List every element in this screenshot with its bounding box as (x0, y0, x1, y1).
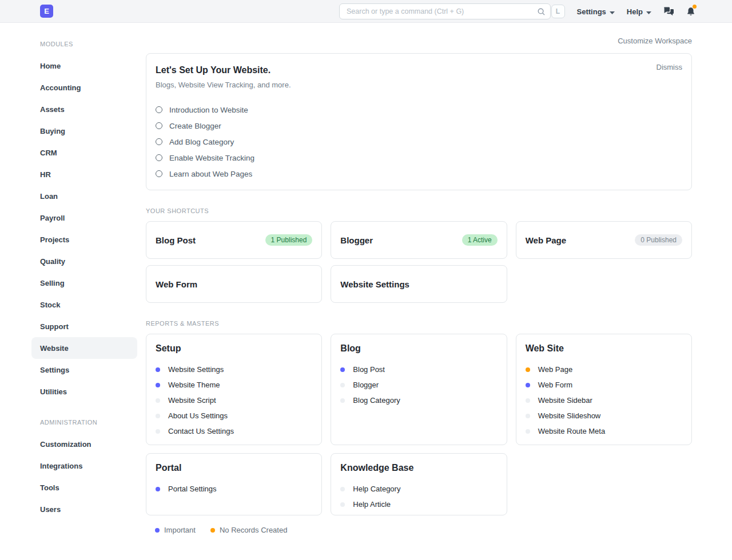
report-link-web-form[interactable]: Web Form (526, 377, 682, 393)
search-input[interactable] (339, 3, 551, 19)
report-link-help-article[interactable]: Help Article (340, 497, 497, 512)
shortcut-website-settings[interactable]: Website Settings (331, 265, 507, 303)
status-dot-icon (340, 383, 345, 387)
status-dot-icon (156, 398, 160, 403)
sidebar-item-home[interactable]: Home (31, 55, 137, 77)
avatar-letter: L (556, 7, 560, 15)
sidebar-item-customization[interactable]: Customization (31, 433, 137, 455)
sidebar-item-loan[interactable]: Loan (31, 185, 137, 207)
sidebar-item-label: Projects (40, 235, 69, 244)
step-label: Learn about Web Pages (169, 170, 252, 178)
bell-icon[interactable] (686, 7, 695, 17)
sidebar-item-website[interactable]: Website (31, 337, 137, 359)
sidebar-item-label: Home (40, 62, 61, 70)
onboarding-steps: Introduction to Website Create Blogger A… (156, 102, 682, 182)
report-link-website-sidebar[interactable]: Website Sidebar (526, 393, 682, 408)
sidebar-item-label: CRM (40, 149, 57, 157)
report-link-label: Portal Settings (168, 485, 217, 493)
report-link-label: Website Script (168, 396, 216, 405)
sidebar-item-support[interactable]: Support (31, 315, 137, 337)
sidebar-item-label: Settings (40, 366, 69, 374)
report-link-label: Website Settings (168, 365, 224, 374)
main-content: Customize Workspace Dismiss Let's Set Up… (146, 23, 692, 534)
report-link-label: Blog Post (353, 365, 385, 374)
report-link-website-route-meta[interactable]: Website Route Meta (526, 423, 682, 439)
shortcut-count-badge: 0 Published (635, 234, 682, 246)
legend-item: No Records Created (210, 526, 288, 534)
onboarding-step-introduction-to-website[interactable]: Introduction to Website (156, 102, 682, 118)
navbar-right: L Settings Help (551, 0, 695, 23)
onboarding-step-add-blog-category[interactable]: Add Blog Category (156, 134, 682, 150)
report-link-website-slideshow[interactable]: Website Slideshow (526, 408, 682, 423)
report-link-blogger[interactable]: Blogger (340, 377, 497, 393)
sidebar-item-utilities[interactable]: Utilities (31, 381, 137, 402)
chevron-down-icon (646, 7, 651, 16)
sidebar-item-hr[interactable]: HR (31, 163, 137, 185)
report-link-website-settings[interactable]: Website Settings (156, 362, 312, 377)
sidebar-item-quality[interactable]: Quality (31, 250, 137, 272)
report-link-blog-category[interactable]: Blog Category (340, 393, 497, 408)
shortcut-blog-post[interactable]: Blog Post 1 Published (146, 221, 322, 259)
sidebar-item-assets[interactable]: Assets (31, 98, 137, 120)
sidebar-item-tools[interactable]: Tools (31, 477, 137, 498)
user-avatar[interactable]: L (551, 5, 565, 18)
legend-dot-icon (210, 528, 215, 533)
sidebar-item-label: Support (40, 322, 69, 331)
status-dot-icon (156, 383, 160, 387)
report-link-portal-settings[interactable]: Portal Settings (156, 481, 312, 497)
step-circle-icon (156, 138, 162, 145)
report-link-website-theme[interactable]: Website Theme (156, 377, 312, 393)
sidebar-item-projects[interactable]: Projects (31, 229, 137, 250)
sidebar-item-selling[interactable]: Selling (31, 272, 137, 294)
notification-badge (693, 5, 697, 9)
report-link-blog-post[interactable]: Blog Post (340, 362, 497, 377)
report-link-contact-us-settings[interactable]: Contact Us Settings (156, 423, 312, 439)
shortcut-label: Blogger (340, 235, 373, 245)
report-link-website-script[interactable]: Website Script (156, 393, 312, 408)
onboarding-subtitle: Blogs, Website View Tracking, and more. (156, 80, 682, 90)
report-card-title: Portal (156, 463, 312, 473)
navbar: E L Settings Help (0, 0, 732, 23)
status-dot-icon (156, 429, 160, 434)
sidebar-item-buying[interactable]: Buying (31, 120, 137, 142)
help-menu[interactable]: Help (627, 7, 651, 16)
onboarding-step-learn-about-web-pages[interactable]: Learn about Web Pages (156, 166, 682, 182)
sidebar-section-label: MODULES (0, 33, 137, 55)
report-link-about-us-settings[interactable]: About Us Settings (156, 408, 312, 423)
customize-workspace-link[interactable]: Customize Workspace (618, 37, 692, 46)
app-logo[interactable]: E (40, 5, 53, 18)
dismiss-button[interactable]: Dismiss (657, 63, 683, 71)
sidebar-section: MODULES Home Accounting Assets Buying CR… (0, 33, 137, 402)
onboarding-card: Dismiss Let's Set Up Your Website. Blogs… (146, 53, 692, 190)
report-link-label: Web Page (538, 365, 572, 374)
sidebar-item-settings[interactable]: Settings (31, 359, 137, 381)
sidebar-item-stock[interactable]: Stock (31, 294, 137, 315)
settings-menu[interactable]: Settings (577, 7, 615, 16)
search-icon[interactable] (537, 7, 546, 18)
shortcut-web-form[interactable]: Web Form (146, 265, 322, 303)
report-card-portal: Portal Portal Settings (146, 453, 322, 515)
onboarding-step-enable-website-tracking[interactable]: Enable Website Tracking (156, 150, 682, 166)
settings-menu-label: Settings (577, 7, 606, 16)
sidebar-item-integrations[interactable]: Integrations (31, 455, 137, 477)
onboarding-step-create-blogger[interactable]: Create Blogger (156, 118, 682, 134)
sidebar-item-accounting[interactable]: Accounting (31, 77, 137, 98)
shortcut-web-page[interactable]: Web Page 0 Published (516, 221, 692, 259)
chat-icon[interactable] (663, 7, 674, 17)
shortcut-blogger[interactable]: Blogger 1 Active (331, 221, 507, 259)
sidebar-item-label: HR (40, 170, 51, 179)
shortcut-count-badge: 1 Published (265, 234, 313, 246)
step-label: Create Blogger (169, 122, 221, 130)
report-card-title: Blog (340, 343, 497, 354)
status-dot-icon (526, 414, 530, 418)
sidebar-item-users[interactable]: Users (31, 498, 137, 520)
report-card-title: Web Site (526, 343, 682, 354)
legend-label: No Records Created (220, 526, 288, 534)
report-link-web-page[interactable]: Web Page (526, 362, 682, 377)
sidebar-item-crm[interactable]: CRM (31, 142, 137, 163)
report-link-help-category[interactable]: Help Category (340, 481, 497, 497)
sidebar: MODULES Home Accounting Assets Buying CR… (0, 23, 137, 534)
sidebar-item-payroll[interactable]: Payroll (31, 207, 137, 229)
sidebar-item-label: Assets (40, 105, 65, 114)
step-circle-icon (156, 106, 162, 113)
